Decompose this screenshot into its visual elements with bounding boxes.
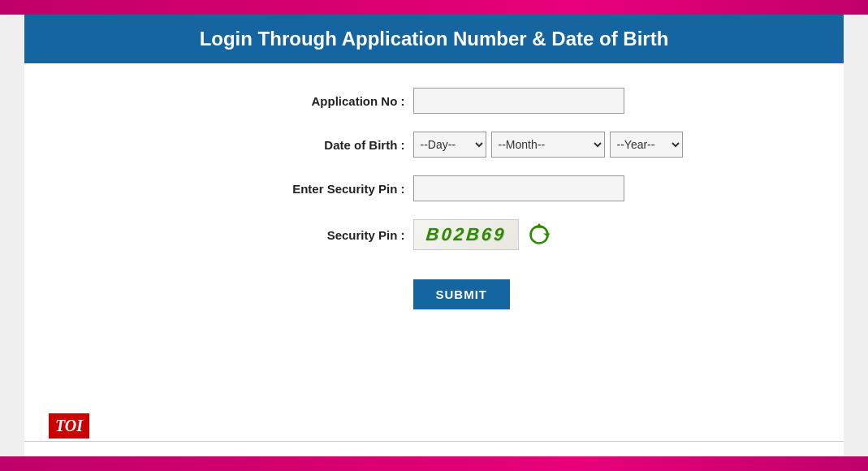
refresh-captcha-button[interactable] <box>525 221 553 248</box>
main-container: Login Through Application Number & Date … <box>24 15 844 456</box>
dob-year-select[interactable]: --Year-- 2005200420032002 20012000199919… <box>610 132 683 158</box>
captcha-text: B02B69 <box>413 220 519 249</box>
footer-line <box>24 441 844 442</box>
captcha-label: Security Pin : <box>251 228 413 242</box>
application-no-input[interactable] <box>413 88 624 114</box>
captcha-row: Security Pin : B02B69 <box>251 219 553 250</box>
submit-row: SUBMIT <box>251 271 511 309</box>
bottom-bar <box>0 456 868 471</box>
toi-logo: TOI <box>49 413 89 439</box>
submit-button[interactable]: SUBMIT <box>413 279 511 309</box>
dob-month-select[interactable]: --Month-- JanuaryFebruaryMarch AprilMayJ… <box>491 132 605 158</box>
captcha-display: B02B69 <box>413 219 553 250</box>
page-title: Login Through Application Number & Date … <box>41 28 827 50</box>
security-pin-input[interactable] <box>413 175 624 201</box>
top-bar <box>0 0 868 15</box>
dob-day-select[interactable]: --Day-- 12345 678910 1112131415 16171819… <box>413 132 486 158</box>
form-center: Application No : Date of Birth : --Day--… <box>251 88 683 309</box>
application-no-label: Application No : <box>251 94 413 108</box>
dob-row: Date of Birth : --Day-- 12345 678910 111… <box>251 132 683 158</box>
application-no-row: Application No : <box>251 88 624 114</box>
dob-container: --Day-- 12345 678910 1112131415 16171819… <box>413 132 683 158</box>
form-area: Application No : Date of Birth : --Day--… <box>24 63 844 326</box>
captcha-box: B02B69 <box>413 219 519 250</box>
security-pin-row: Enter Security Pin : <box>251 175 624 201</box>
dob-label: Date of Birth : <box>251 138 413 152</box>
security-pin-label: Enter Security Pin : <box>251 182 413 196</box>
header-banner: Login Through Application Number & Date … <box>24 15 844 63</box>
